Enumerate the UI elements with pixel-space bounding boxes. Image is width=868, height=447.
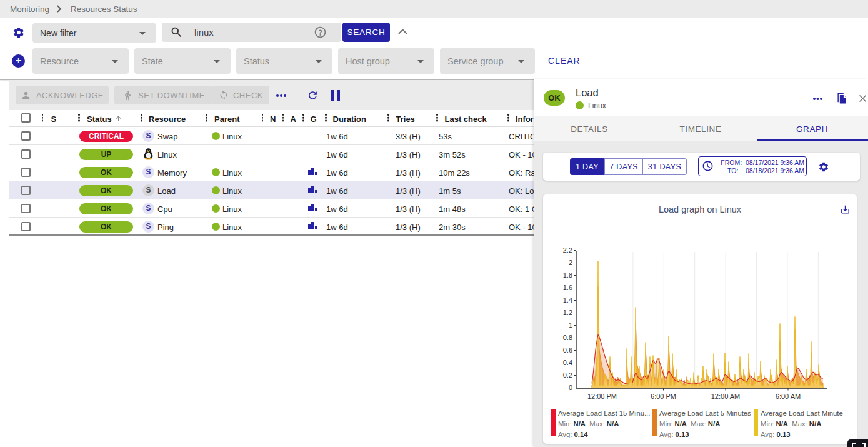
svg-text:12:00 AM: 12:00 AM — [711, 393, 740, 400]
svg-text:1.8: 1.8 — [563, 271, 572, 279]
svg-text:2: 2 — [569, 259, 572, 266]
svg-text:1.4: 1.4 — [563, 296, 572, 304]
svg-text:1.2: 1.2 — [563, 309, 572, 316]
svg-text:12:00 PM: 12:00 PM — [587, 393, 617, 400]
svg-text:1: 1 — [569, 321, 572, 329]
svg-text:0.8: 0.8 — [563, 334, 572, 341]
svg-text:0.6: 0.6 — [563, 346, 572, 354]
svg-text:0.2: 0.2 — [563, 371, 572, 379]
svg-text:6:00 AM: 6:00 AM — [776, 393, 801, 400]
svg-text:2.2: 2.2 — [563, 247, 572, 254]
svg-text:0.4: 0.4 — [563, 359, 572, 366]
svg-text:0: 0 — [569, 384, 572, 391]
svg-text:6:00 PM: 6:00 PM — [651, 393, 676, 400]
svg-text:1.6: 1.6 — [563, 284, 572, 291]
